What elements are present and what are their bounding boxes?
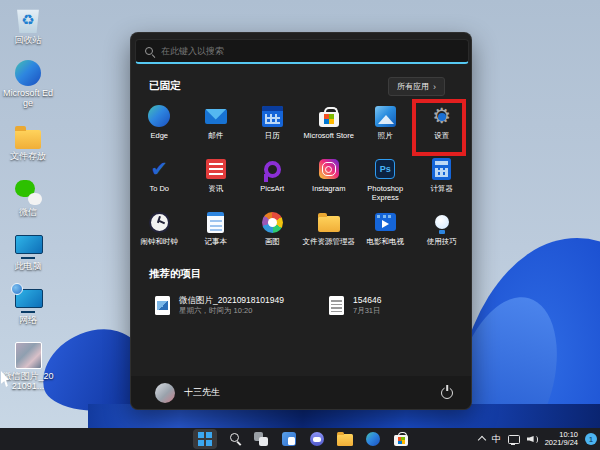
- recycle-bin-icon: ♻: [15, 6, 41, 33]
- app-alarms-clock[interactable]: 闹钟和时钟: [131, 207, 188, 260]
- app-tips[interactable]: 使用技巧: [414, 207, 471, 260]
- network-tray-icon[interactable]: [508, 435, 520, 444]
- volume-icon[interactable]: [527, 434, 538, 444]
- image-file-icon: [155, 296, 170, 315]
- edge-button[interactable]: [361, 429, 385, 449]
- calculator-icon: [432, 158, 451, 180]
- mail-icon: [205, 109, 227, 124]
- desktop-icon-recycle-bin[interactable]: ♻ 回收站: [0, 6, 56, 45]
- desktop-icon-label: 此电脑: [15, 261, 42, 271]
- task-view-icon: [254, 432, 268, 446]
- windows-logo-icon: [198, 432, 212, 446]
- calendar-icon: [262, 106, 283, 127]
- all-apps-label: 所有应用: [397, 81, 429, 92]
- tray-date: 2021/9/24: [545, 439, 578, 448]
- app-photos[interactable]: 照片: [357, 101, 414, 154]
- store-bag-icon: [394, 435, 408, 446]
- desktop-icon-edge[interactable]: Microsoft Edge: [0, 60, 56, 108]
- wechat-icon: [15, 180, 42, 205]
- clock[interactable]: 10:10 2021/9/24: [545, 431, 578, 448]
- desktop-icon-wechat-image[interactable]: 微信图片_2021091...: [0, 342, 56, 391]
- globe-icon: [11, 283, 23, 295]
- desktop-icon-label: 网络: [19, 315, 37, 325]
- pinned-section-title: 已固定: [149, 79, 181, 93]
- desktop-icon-label: 微信图片_2021091...: [1, 371, 55, 391]
- instagram-icon: [319, 159, 339, 179]
- desktop-icon-network[interactable]: 网络: [0, 288, 56, 325]
- search-input[interactable]: [161, 46, 459, 56]
- recommended-item-title: 微信图片_20210918101949: [179, 295, 284, 306]
- recommended-item-subtitle: 7月31日: [353, 306, 381, 316]
- folder-icon: [337, 434, 353, 446]
- desktop-icon-this-pc[interactable]: 此电脑: [0, 234, 56, 271]
- gear-icon: [432, 104, 451, 128]
- taskbar: 中 10:10 2021/9/24 1: [0, 428, 600, 450]
- app-notepad[interactable]: 记事本: [188, 207, 245, 260]
- all-apps-button[interactable]: 所有应用 ›: [388, 77, 445, 96]
- start-menu-user-bar: 十三先生: [131, 376, 471, 409]
- desktop-icon-label: 微信: [19, 207, 37, 217]
- app-paint[interactable]: 画图: [244, 207, 301, 260]
- app-microsoft-store[interactable]: Microsoft Store: [301, 101, 358, 154]
- search-icon: [145, 47, 153, 55]
- edge-icon: [15, 60, 41, 86]
- recommended-item-subtitle: 星期六，时间为 10:20: [179, 306, 284, 316]
- user-account-button[interactable]: 十三先生: [155, 383, 220, 403]
- system-tray: 中 10:10 2021/9/24 1: [479, 428, 597, 450]
- app-calculator[interactable]: 计算器: [414, 154, 471, 207]
- notepad-icon: [207, 212, 224, 233]
- folder-icon: [318, 216, 340, 232]
- desktop-icon-label: Microsoft Edge: [1, 88, 55, 108]
- app-todo[interactable]: To Do: [131, 154, 188, 207]
- clock-icon: [149, 212, 170, 233]
- photoshop-icon: [375, 159, 395, 179]
- app-settings[interactable]: 设置: [414, 101, 471, 154]
- search-box[interactable]: [135, 39, 469, 64]
- network-icon: [14, 288, 42, 313]
- app-picsart[interactable]: PicsArt: [244, 154, 301, 207]
- app-instagram[interactable]: Instagram: [301, 154, 358, 207]
- recommended-item[interactable]: 154646 7月31日: [329, 295, 381, 316]
- play-icon: [375, 213, 396, 231]
- ime-indicator[interactable]: 中: [492, 433, 501, 446]
- desktop-icon-wechat[interactable]: 微信: [0, 180, 56, 217]
- desktop-icon-label: 文件存放: [10, 151, 46, 161]
- search-icon: [230, 433, 239, 442]
- widgets-button[interactable]: [277, 429, 301, 449]
- app-file-explorer[interactable]: 文件资源管理器: [301, 207, 358, 260]
- app-mail[interactable]: 邮件: [188, 101, 245, 154]
- app-photoshop-express[interactable]: Photoshop Express: [357, 154, 414, 207]
- store-bag-icon: [319, 112, 339, 127]
- news-icon: [206, 159, 226, 179]
- start-button[interactable]: [193, 429, 217, 449]
- taskbar-search-button[interactable]: [221, 429, 245, 449]
- recommended-item[interactable]: 微信图片_20210918101949 星期六，时间为 10:20: [155, 295, 284, 316]
- taskbar-icon-group: [191, 428, 415, 450]
- notification-badge[interactable]: 1: [585, 433, 597, 445]
- task-view-button[interactable]: [249, 429, 273, 449]
- photos-icon: [375, 106, 396, 127]
- image-thumbnail-icon: [15, 342, 42, 369]
- app-calendar[interactable]: 日历: [244, 101, 301, 154]
- pinned-apps-grid: Edge 邮件 日历 Microsoft Store 照片 设置: [131, 101, 470, 260]
- desktop-icon-files-folder[interactable]: 文件存放: [0, 124, 56, 161]
- file-explorer-button[interactable]: [333, 429, 357, 449]
- chat-bubble-icon: [310, 432, 324, 446]
- start-menu: 已固定 所有应用 › Edge 邮件 日历 Microsoft Store: [130, 32, 472, 410]
- tray-overflow-chevron-icon[interactable]: [477, 436, 485, 444]
- lightbulb-icon: [435, 215, 449, 229]
- edge-icon: [148, 105, 170, 127]
- avatar: [155, 383, 175, 403]
- chat-button[interactable]: [305, 429, 329, 449]
- app-movies-tv[interactable]: 电影和电视: [357, 207, 414, 260]
- widgets-icon: [282, 432, 296, 446]
- folder-icon: [15, 130, 41, 149]
- user-name: 十三先生: [184, 386, 220, 399]
- power-button[interactable]: [441, 387, 453, 399]
- store-button[interactable]: [389, 429, 413, 449]
- picsart-icon: [264, 161, 281, 178]
- app-news[interactable]: 资讯: [188, 154, 245, 207]
- recommended-section-title: 推荐的项目: [149, 267, 202, 281]
- recommended-item-title: 154646: [353, 295, 381, 306]
- app-edge[interactable]: Edge: [131, 101, 188, 154]
